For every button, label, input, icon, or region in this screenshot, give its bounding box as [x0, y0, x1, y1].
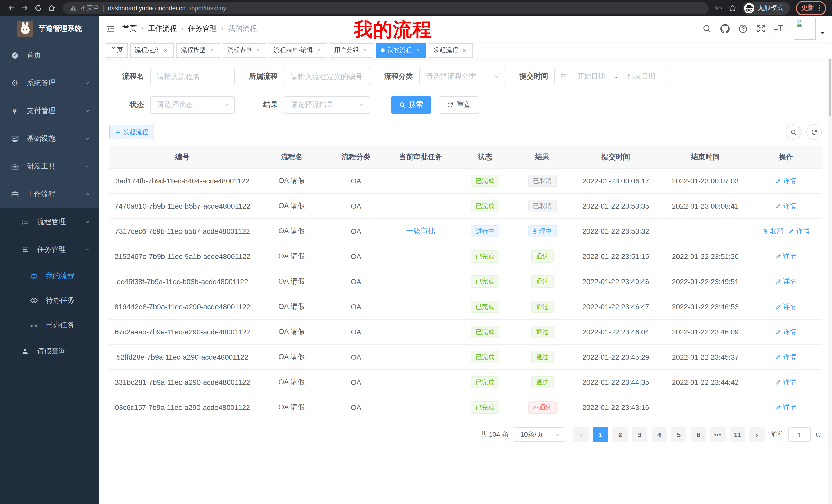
current-task-link[interactable]: 一级审批	[406, 227, 435, 235]
filter-status: 状态 请选择状态	[109, 96, 235, 114]
sidebar-item-my-process[interactable]: 我的流程	[0, 263, 99, 288]
cell-category: OA	[328, 193, 385, 219]
tab-流程表单[interactable]: 流程表单×	[223, 43, 266, 57]
reset-button[interactable]: 重置	[439, 96, 479, 114]
browser-menu-icon[interactable]	[819, 5, 820, 11]
page-button-1[interactable]: 1	[593, 427, 608, 442]
detail-action-link[interactable]: 详情	[775, 327, 797, 337]
close-icon[interactable]: ×	[255, 47, 262, 54]
sidebar-item-todo-tasks[interactable]: 待办任务	[0, 288, 99, 313]
submit-time-range-picker[interactable]: 开始日期 - 结束日期	[554, 68, 668, 85]
process-def-input[interactable]	[284, 68, 370, 85]
filter-process-name: 流程名	[109, 68, 235, 85]
user-menu[interactable]	[794, 18, 825, 39]
result-select[interactable]: 请选择流结果	[284, 96, 370, 114]
more-pages-button[interactable]: •••	[710, 427, 726, 442]
sidebar-item-process-mgmt[interactable]: 流程管理	[0, 208, 99, 236]
page-button-6[interactable]: 6	[691, 427, 706, 442]
sidebar-item-label: 任务管理	[37, 245, 66, 254]
close-icon[interactable]: ×	[461, 47, 468, 54]
sidebar-item-system[interactable]: ⚙系统管理	[0, 69, 99, 97]
sidebar-item-payment[interactable]: ¥支付管理	[0, 97, 99, 125]
create-process-button[interactable]: 发起流程	[109, 125, 154, 139]
refresh-button[interactable]	[806, 124, 822, 140]
address-bar[interactable]: 不安全 dashboard.yudao.iocoder.cn/bpm/task/…	[63, 2, 708, 14]
page-button-2[interactable]: 2	[613, 427, 628, 442]
cell-submit-time: 2022-01-23 00:06:17	[571, 168, 660, 193]
sidebar-item-devtools[interactable]: 研发工具	[0, 152, 99, 180]
tab-发起流程[interactable]: 发起流程×	[429, 43, 473, 57]
prev-page-button[interactable]: ‹	[573, 427, 589, 442]
detail-action-link[interactable]: 详情	[775, 252, 797, 261]
sidebar-item-task-mgmt[interactable]: 任务管理	[0, 236, 99, 263]
avatar[interactable]	[794, 18, 815, 39]
close-icon[interactable]: ×	[162, 47, 169, 54]
detail-action-link[interactable]: 详情	[775, 302, 797, 311]
security-label[interactable]: 不安全	[81, 4, 99, 12]
show-search-button[interactable]	[786, 124, 801, 140]
detail-action-link[interactable]: 详情	[775, 201, 797, 211]
page-scrollbar[interactable]	[828, 16, 832, 504]
tab-我的流程[interactable]: 我的流程×	[376, 43, 426, 57]
close-icon[interactable]: ×	[414, 47, 422, 54]
sidebar-item-home[interactable]: 首页	[0, 41, 99, 69]
cell-id: 331bc281-7b9a-11ec-a290-acde48001122	[109, 370, 256, 395]
url-path[interactable]: /bpm/task/my	[190, 4, 227, 11]
breadcrumb-item[interactable]: 任务管理	[188, 24, 217, 33]
bookmark-star-icon[interactable]	[728, 4, 736, 12]
breadcrumb-item[interactable]: 首页	[122, 24, 137, 33]
cancel-action-link[interactable]: 取消	[762, 227, 783, 236]
tab-流程定义[interactable]: 流程定义×	[130, 43, 174, 57]
goto-page-input[interactable]	[788, 427, 811, 442]
status-select[interactable]: 请选择状态	[150, 96, 235, 114]
detail-action-link[interactable]: 详情	[775, 176, 797, 186]
sidebar-item-leave-query[interactable]: 请假查询	[0, 338, 99, 365]
sidebar-item-done-tasks[interactable]: 已办任务	[0, 313, 99, 338]
fullscreen-icon[interactable]	[756, 24, 766, 33]
detail-action-link[interactable]: 详情	[775, 403, 797, 412]
page-button-5[interactable]: 5	[671, 427, 686, 442]
category-select[interactable]: 请选择流程分类	[419, 68, 505, 85]
cell-end-time: 2022-01-22 23:46:09	[660, 319, 750, 344]
sidebar-item-infra[interactable]: 基础设施	[0, 125, 99, 152]
tab-首页[interactable]: 首页	[106, 43, 128, 57]
browser-home-icon[interactable]	[45, 2, 58, 14]
detail-action-link[interactable]: 详情	[775, 353, 797, 362]
page-button-3[interactable]: 3	[632, 427, 647, 442]
result-placeholder: 请选择流结果	[290, 100, 334, 109]
browser-forward-icon[interactable]	[19, 2, 31, 14]
github-icon[interactable]	[721, 24, 730, 33]
action-label: 详情	[796, 227, 810, 236]
browser-back-icon[interactable]	[5, 2, 18, 14]
cell-submit-time: 2022-01-22 23:46:04	[571, 319, 660, 344]
font-size-icon[interactable]: TT	[774, 24, 783, 34]
close-icon[interactable]: ×	[362, 47, 369, 54]
search-icon[interactable]	[702, 24, 712, 33]
sidebar-toggle-icon[interactable]	[99, 24, 122, 33]
breadcrumb: 首页/工作流程/任务管理/我的流程	[122, 24, 257, 33]
close-icon[interactable]: ×	[315, 47, 322, 54]
password-key-icon[interactable]	[714, 4, 722, 12]
tab-流程表单-编辑[interactable]: 流程表单-编辑×	[269, 43, 327, 57]
help-icon[interactable]	[738, 24, 748, 33]
detail-action-link[interactable]: 详情	[775, 277, 797, 286]
detail-action-link[interactable]: 详情	[788, 227, 810, 236]
sidebar-item-workflow[interactable]: 工作流程	[0, 180, 99, 208]
url-host[interactable]: dashboard.yudao.iocoder.cn	[108, 4, 186, 11]
page-size-select[interactable]: 10条/页	[514, 427, 565, 442]
next-page-button[interactable]: ›	[749, 427, 765, 442]
page-button-4[interactable]: 4	[651, 427, 667, 442]
search-button[interactable]: 搜索	[391, 96, 432, 114]
page-button-11[interactable]: 11	[730, 427, 745, 442]
breadcrumb-item[interactable]: 工作流程	[148, 24, 177, 33]
process-name-input[interactable]	[150, 68, 235, 85]
chevron-down-icon	[84, 80, 90, 86]
browser-reload-icon[interactable]	[32, 2, 44, 14]
detail-action-link[interactable]: 详情	[775, 377, 797, 387]
browser-update-button[interactable]: 更新	[796, 1, 826, 15]
app-logo-row[interactable]: 芋道管理系统	[0, 16, 99, 41]
tab-流程模型[interactable]: 流程模型×	[176, 43, 220, 57]
tab-用户分组[interactable]: 用户分组×	[330, 43, 373, 57]
close-icon[interactable]: ×	[208, 47, 215, 54]
incognito-badge[interactable]: 无痕模式	[742, 1, 789, 15]
